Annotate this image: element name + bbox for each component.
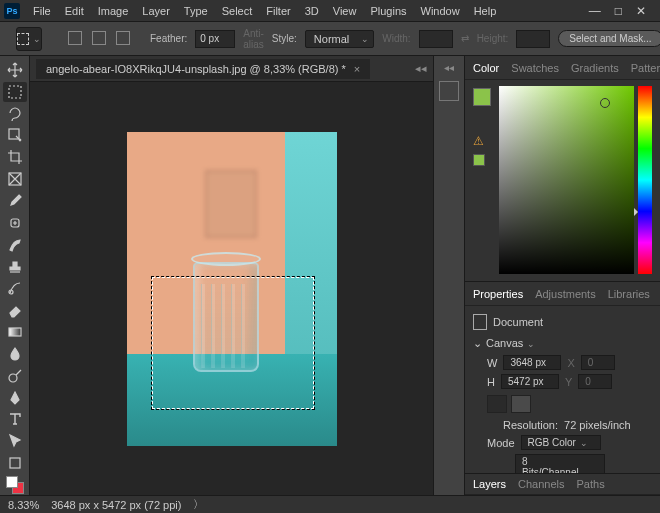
color-fg-swatch[interactable] [473,88,491,106]
menu-filter[interactable]: Filter [259,5,297,17]
eyedropper-tool[interactable] [3,191,27,211]
menu-bar: Ps File Edit Image Layer Type Select Fil… [0,0,660,22]
hue-pointer-icon[interactable] [634,208,638,216]
style-select[interactable]: Normal [305,30,374,48]
canvas-section-toggle[interactable]: ⌄Canvas [473,334,652,353]
healing-tool[interactable] [3,213,27,233]
tab-properties[interactable]: Properties [473,288,523,300]
frame-tool[interactable] [3,169,27,189]
menu-window[interactable]: Window [414,5,467,17]
active-tool-icon[interactable] [16,27,42,51]
gradient-tool[interactable] [3,322,27,342]
stamp-tool[interactable] [3,257,27,277]
pen-tool[interactable] [3,388,27,408]
tab-swatches[interactable]: Swatches [511,62,559,74]
canvas[interactable] [127,132,337,446]
selection-mode-subtract-icon[interactable] [90,31,106,47]
tab-gradients[interactable]: Gradients [571,62,619,74]
bits-select[interactable]: 8 Bits/Channel [515,454,605,473]
menu-3d[interactable]: 3D [298,5,326,17]
object-select-tool[interactable] [3,126,27,146]
tab-overflow-icon[interactable]: ◂◂ [415,62,433,75]
layers-panel-tabs: Layers Channels Paths [465,473,660,495]
color-picker-ring[interactable] [600,98,610,108]
status-doc-info[interactable]: 3648 px x 5472 px (72 ppi) [51,499,181,511]
orientation-landscape-icon[interactable] [511,395,531,413]
history-panel-icon[interactable] [439,81,459,101]
menu-view[interactable]: View [326,5,364,17]
svg-rect-7 [10,458,20,468]
canvas-y-label: Y [565,376,572,388]
expand-dock-icon[interactable]: ◂◂ [434,62,464,73]
lasso-tool[interactable] [3,104,27,124]
tab-layers[interactable]: Layers [473,478,506,490]
select-and-mask-button[interactable]: Select and Mask... [558,30,660,47]
tab-color[interactable]: Color [473,62,499,74]
status-zoom[interactable]: 8.33% [8,499,39,511]
feather-input[interactable] [195,30,235,48]
collapsed-panel-dock[interactable]: ◂◂ [433,56,465,495]
app-logo: Ps [4,3,20,19]
menu-file[interactable]: File [26,5,58,17]
status-caret-icon[interactable]: 〉 [193,497,204,512]
feather-label: Feather: [150,33,187,44]
blur-tool[interactable] [3,344,27,364]
move-tool[interactable] [3,60,27,80]
height-input [516,30,550,48]
maximize-icon[interactable]: □ [615,4,622,18]
document-tabs: angelo-abear-IO8XRikqJU4-unsplash.jpg @ … [30,56,433,82]
height-label: Height: [477,33,509,44]
properties-type-label: Document [493,316,543,328]
document-tab[interactable]: angelo-abear-IO8XRikqJU4-unsplash.jpg @ … [36,59,370,79]
tab-paths[interactable]: Paths [577,478,605,490]
canvas-w-label: W [487,357,497,369]
selection-mode-add-icon[interactable] [66,31,82,47]
selection-mode-intersect-icon[interactable] [114,31,130,47]
properties-panel-tabs: Properties Adjustments Libraries [465,282,660,306]
menu-image[interactable]: Image [91,5,136,17]
canvas-viewport[interactable] [30,82,433,495]
minimize-icon[interactable]: — [589,4,601,18]
menu-plugins[interactable]: Plugins [363,5,413,17]
menu-type[interactable]: Type [177,5,215,17]
canvas-x-value: 0 [581,355,615,370]
options-bar: Feather: Anti-alias Style: Normal Width:… [0,22,660,56]
shape-tool[interactable] [3,453,27,473]
tools-panel [0,56,30,495]
color-hue-slider[interactable] [638,86,652,274]
dodge-tool[interactable] [3,366,27,386]
mode-select[interactable]: RGB Color [521,435,601,450]
marquee-tool[interactable] [3,82,27,102]
orientation-portrait-icon[interactable] [487,395,507,413]
mode-label: Mode [487,437,515,449]
fg-bg-swatches[interactable] [3,475,27,495]
tab-patterns[interactable]: Patterns [631,62,660,74]
brush-tool[interactable] [3,235,27,255]
menu-help[interactable]: Help [467,5,504,17]
history-brush-tool[interactable] [3,278,27,298]
path-select-tool[interactable] [3,431,27,451]
close-icon[interactable]: ✕ [636,4,646,18]
eraser-tool[interactable] [3,300,27,320]
type-tool[interactable] [3,410,27,430]
color-saturation-field[interactable] [499,86,634,274]
resolution-value: 72 pixels/inch [564,419,631,431]
canvas-h-value[interactable]: 5472 px [501,374,559,389]
gamut-closest-swatch[interactable] [473,154,485,166]
swap-wh-icon: ⇄ [461,33,469,44]
svg-rect-0 [9,86,21,98]
tab-libraries[interactable]: Libraries [608,288,650,300]
menu-select[interactable]: Select [215,5,260,17]
menu-edit[interactable]: Edit [58,5,91,17]
marquee-selection[interactable] [151,276,315,410]
crop-tool[interactable] [3,147,27,167]
tab-channels[interactable]: Channels [518,478,564,490]
style-label: Style: [272,33,297,44]
gamut-warning-icon[interactable]: ⚠ [473,134,495,148]
document-area: angelo-abear-IO8XRikqJU4-unsplash.jpg @ … [30,56,433,495]
tab-adjustments[interactable]: Adjustments [535,288,596,300]
close-tab-icon[interactable]: × [354,63,360,75]
canvas-w-value[interactable]: 3648 px [503,355,561,370]
document-icon [473,314,487,330]
menu-layer[interactable]: Layer [135,5,177,17]
